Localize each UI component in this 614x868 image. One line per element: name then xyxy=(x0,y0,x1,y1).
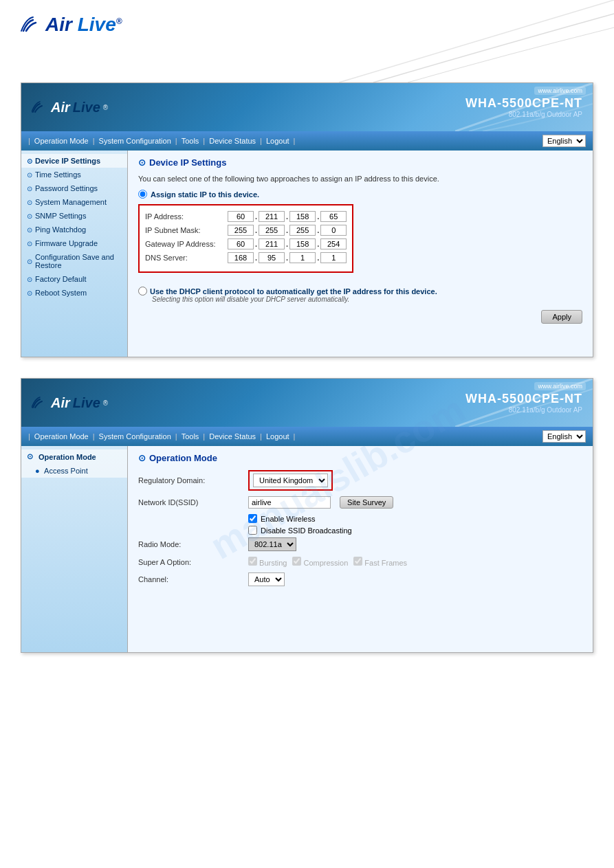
sidebar-device-ip[interactable]: ⊙ Device IP Settings xyxy=(21,154,127,168)
ip-address-3[interactable] xyxy=(289,211,316,222)
nav-tools[interactable]: Tools xyxy=(179,136,202,146)
panel1-section-title: ⊙ Device IP Settings xyxy=(138,157,582,168)
panel1-header: Air Live ® WHA-5500CPE-NT 802.11a/b/g Ou… xyxy=(21,83,593,131)
sidebar-label-config: Configuration Save and Restore xyxy=(35,253,122,269)
sidebar-label-reboot: Reboot System xyxy=(35,289,87,297)
sidebar-icon-config: ⊙ xyxy=(27,258,32,265)
main-content: Air Live ® WHA-5500CPE-NT 802.11a/b/g Ou… xyxy=(0,82,614,653)
channel-select[interactable]: Auto xyxy=(248,572,285,586)
panel1-nav: | Operation Mode | System Configuration … xyxy=(21,131,593,151)
super-a-row: Super A Option: Bursting Compression xyxy=(138,557,582,567)
site-survey-button[interactable]: Site Survey xyxy=(340,496,393,509)
dns-1[interactable] xyxy=(228,252,254,263)
sidebar-op-mode[interactable]: ⊙ Operation Mode xyxy=(21,449,127,464)
nav2-system-config[interactable]: System Configuration xyxy=(96,432,174,441)
sidebar-reboot[interactable]: ⊙ Reboot System xyxy=(21,286,127,300)
network-id-label: Network ID(SSID) xyxy=(138,498,248,507)
gateway-2[interactable] xyxy=(259,238,285,249)
ip-address-4[interactable] xyxy=(320,211,347,222)
panel1-language-select[interactable]: English xyxy=(542,135,586,147)
panel1-description: You can select one of the following two … xyxy=(138,175,582,183)
sidebar-snmp[interactable]: ⊙ SNMP Settings xyxy=(21,209,127,223)
sidebar-firmware[interactable]: ⊙ Firmware Upgrade xyxy=(21,236,127,250)
bursting-label: Bursting xyxy=(259,559,287,567)
sidebar-op-label: Operation Mode xyxy=(39,453,96,461)
dns-row: DNS Server: . . . xyxy=(145,252,347,263)
subnet-mask-label: IP Subnet Mask: xyxy=(145,226,228,234)
radio-mode-select[interactable]: 802.11a xyxy=(248,537,296,551)
disable-ssid-checkbox[interactable] xyxy=(248,526,257,535)
enable-wireless-checkbox[interactable] xyxy=(248,514,257,523)
dns-4[interactable] xyxy=(320,252,347,263)
apply-button[interactable]: Apply xyxy=(541,310,582,324)
dns-inputs: . . . xyxy=(228,252,347,263)
panel1-brand-reg: ® xyxy=(103,104,108,111)
regulatory-select[interactable]: United Kingdom xyxy=(253,474,328,487)
dhcp-option: Use the DHCP client protocol to automati… xyxy=(138,287,582,303)
channel-value: Auto xyxy=(248,572,582,586)
sidebar-label-password: Password Settings xyxy=(35,184,98,192)
sidebar-ap-bullet: ● xyxy=(35,467,40,475)
ip-address-2[interactable] xyxy=(259,211,285,222)
sidebar-time-settings[interactable]: ⊙ Time Settings xyxy=(21,168,127,181)
network-id-input[interactable] xyxy=(248,496,331,509)
nav-operation-mode[interactable]: Operation Mode xyxy=(32,136,91,146)
subnet-2[interactable] xyxy=(259,225,285,236)
panel1-lang: English xyxy=(542,135,586,147)
panel2-language-select[interactable]: English xyxy=(542,430,586,443)
panel1-logo: Air Live ® xyxy=(32,100,108,115)
static-ip-radio-option[interactable]: Assign static IP to this device. xyxy=(138,190,582,199)
gateway-4[interactable] xyxy=(320,238,347,249)
sidebar-label-firmware: Firmware Upgrade xyxy=(35,239,98,247)
fast-frames-label: Fast Frames xyxy=(364,559,407,567)
dns-3[interactable] xyxy=(289,252,316,263)
nav2-logout[interactable]: Logout xyxy=(263,432,292,441)
panel2-body: ⊙ Operation Mode ● Access Point ⊙ Operat… xyxy=(21,446,593,652)
sidebar-icon-factory: ⊙ xyxy=(27,276,32,283)
disable-ssid-label: Disable SSID Broadcasting xyxy=(261,526,352,535)
ip-address-1[interactable] xyxy=(228,211,254,222)
nav-system-config[interactable]: System Configuration xyxy=(96,136,174,146)
panel1-sidebar: ⊙ Device IP Settings ⊙ Time Settings ⊙ P… xyxy=(21,151,128,357)
gateway-1[interactable] xyxy=(228,238,254,249)
nav2-operation-mode[interactable]: Operation Mode xyxy=(32,432,91,441)
dhcp-radio-label[interactable]: Use the DHCP client protocol to automati… xyxy=(138,287,582,296)
subnet-4[interactable] xyxy=(320,225,347,236)
panel1-nav-links: | Operation Mode | System Configuration … xyxy=(28,136,295,146)
subnet-mask-row: IP Subnet Mask: . . . xyxy=(145,225,347,236)
panel2-url: www.airlive.com xyxy=(534,382,586,390)
dhcp-radio[interactable] xyxy=(138,287,147,296)
ip-address-label: IP Address: xyxy=(145,212,228,221)
regulatory-box: United Kingdom xyxy=(248,470,333,491)
sidebar-access-point[interactable]: ● Access Point xyxy=(21,464,127,478)
regulatory-value-container: United Kingdom xyxy=(248,470,582,491)
nav-logout[interactable]: Logout xyxy=(263,136,292,146)
nav-device-status[interactable]: Device Status xyxy=(206,136,259,146)
nav2-tools[interactable]: Tools xyxy=(179,432,202,441)
static-ip-radio[interactable] xyxy=(138,190,147,199)
dns-2[interactable] xyxy=(259,252,285,263)
brand-name: Air Live® xyxy=(45,14,122,36)
super-a-label: Super A Option: xyxy=(138,558,248,566)
sidebar-factory-default[interactable]: ⊙ Factory Default xyxy=(21,272,127,286)
nav2-device-status[interactable]: Device Status xyxy=(206,432,259,441)
enable-wireless-row: Enable Wireless xyxy=(248,514,582,523)
sidebar-password[interactable]: ⊙ Password Settings xyxy=(21,181,127,195)
gateway-3[interactable] xyxy=(289,238,316,249)
disable-ssid-row: Disable SSID Broadcasting xyxy=(248,526,582,535)
sidebar-ping[interactable]: ⊙ Ping Watchdog xyxy=(21,223,127,236)
panel2-section-title: ⊙ Operation Mode xyxy=(138,453,582,463)
gateway-label: Gateway IP Address: xyxy=(145,240,228,248)
enable-wireless-label: Enable Wireless xyxy=(261,515,315,523)
subnet-3[interactable] xyxy=(289,225,316,236)
fast-frames-checkbox xyxy=(353,557,362,566)
sidebar-config-save[interactable]: ⊙ Configuration Save and Restore xyxy=(21,250,127,272)
ip-address-inputs: . . . xyxy=(228,211,347,222)
subnet-1[interactable] xyxy=(228,225,254,236)
panel-operation-mode: Air Live ® WHA-5500CPE-NT 802.11a/b/g Ou… xyxy=(21,378,593,653)
sidebar-system-mgmt[interactable]: ⊙ System Management xyxy=(21,195,127,209)
dhcp-note: Selecting this option will disable your … xyxy=(152,296,582,303)
sidebar-icon-snmp: ⊙ xyxy=(27,212,32,220)
regulatory-row: Regulatory Domain: United Kingdom xyxy=(138,470,582,491)
radio-mode-value: 802.11a xyxy=(248,537,582,551)
